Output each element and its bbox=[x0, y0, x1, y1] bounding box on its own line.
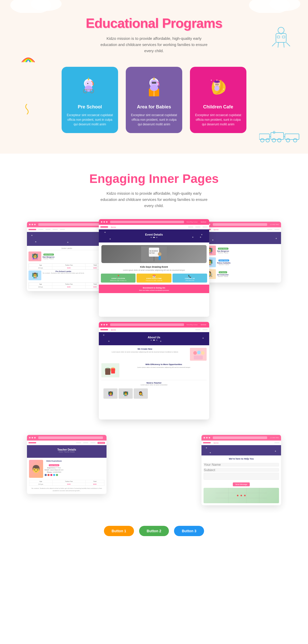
browser-bar-1 bbox=[27, 222, 107, 227]
browser-dot-1 bbox=[29, 224, 31, 225]
browser-teacher-listing: ✦ ✦ ✦ ✦ Junior Lambs 👩‍🏫 Juni bbox=[27, 222, 107, 291]
enrol-sub: Join our kidzo school enrolment process bbox=[101, 290, 207, 291]
browser-about: Home Blog Contact Get Enrol Qurmo ✦ ✦ ✦ bbox=[99, 322, 209, 419]
svg-point-43 bbox=[150, 85, 158, 91]
about-img-2 bbox=[101, 363, 119, 377]
about-hero-title: About Us bbox=[101, 336, 207, 339]
teacher-item-meta: Age Tuition Fee Total 3-5 yrs $100 $200 bbox=[28, 263, 105, 270]
event-info-cards: 📍 EVENT LOCATION Melbourne CBD 44 Baker … bbox=[101, 274, 207, 283]
tp-enrol-btn[interactable]: Get Enrol bbox=[98, 442, 105, 444]
pre-school-card[interactable]: Pre School Excepteur sint occaecat cupid… bbox=[62, 67, 118, 133]
browser-dot-2 bbox=[32, 224, 33, 225]
svg-point-18 bbox=[272, 138, 276, 142]
contact-email-bar: +12 3456 78901 bbox=[270, 437, 279, 438]
inner-pages-title: Engaging Inner Pages bbox=[5, 172, 303, 186]
contact-name-input[interactable] bbox=[204, 463, 279, 466]
svg-point-37 bbox=[155, 82, 156, 83]
need-teacher-1: 👩‍🏫 bbox=[103, 388, 118, 399]
need-teacher-sub: Lorem ipsum dolor sit amet consectetur bbox=[103, 384, 205, 386]
area-babies-desc: Excepteur sint occaecat cupidatat offici… bbox=[131, 113, 177, 127]
teacher-desc-2: No content. Students who attend school a… bbox=[43, 272, 84, 274]
svg-rect-14 bbox=[271, 133, 284, 139]
svg-point-28 bbox=[87, 83, 88, 84]
bottom-btn-2[interactable]: Button 2 bbox=[139, 526, 169, 536]
teacher-photo-2: 👨‍🏫 bbox=[28, 270, 41, 280]
youtube-icon[interactable] bbox=[47, 474, 50, 476]
children-cafe-card[interactable]: ✦ ✦ Children Cafe Excepteur sint occaeca… bbox=[190, 67, 246, 133]
browser-url-1 bbox=[38, 223, 103, 226]
teacher-label-2: Pre-School Lambs bbox=[43, 270, 84, 272]
contact-val: (444) 555-6789 bbox=[173, 280, 206, 281]
event-desc-text: Lorem ipsum dolor sit amet consectetur a… bbox=[101, 269, 207, 272]
facebook-icon[interactable] bbox=[45, 474, 47, 476]
teacher-role-r2: Teacher Trainer bbox=[217, 264, 230, 265]
about-row-1: We Create New Lorem ipsum dolor sit amet… bbox=[101, 348, 207, 361]
mini-nav-1 bbox=[27, 227, 107, 232]
contact-message-area[interactable] bbox=[204, 473, 279, 480]
svg-point-36 bbox=[152, 82, 154, 83]
teacher-main-name: Gleb Kuznetsov bbox=[45, 460, 63, 462]
instagram-icon[interactable] bbox=[50, 474, 52, 476]
teacher-item-1: 👩‍🏫 Junior Teacher Dan Bergeron Teacher … bbox=[28, 251, 105, 261]
svg-line-9 bbox=[278, 42, 278, 48]
tp-hero: Teacher Details Home / Teacher Details bbox=[27, 445, 107, 458]
bottom-btn-1[interactable]: Button 1 bbox=[104, 526, 134, 536]
about-section2-title: With Efficiency to More Opportunities bbox=[121, 363, 207, 366]
contact-subject-input[interactable] bbox=[204, 468, 279, 472]
bottom-btn-3[interactable]: Button 3 bbox=[174, 526, 204, 536]
teacher-photo-1: 👩‍🏫 bbox=[28, 251, 41, 261]
svg-point-63 bbox=[201, 351, 205, 355]
svg-rect-67 bbox=[105, 368, 110, 375]
edu-title: Educational Programs bbox=[5, 15, 303, 31]
teacher-main-badge: Junior Teacher bbox=[49, 464, 59, 466]
whatsapp-icon[interactable] bbox=[56, 474, 58, 476]
badge-r1: Junior Teacher bbox=[218, 248, 228, 250]
pre-school-desc: Excepteur sint occaecat cupidatat offici… bbox=[67, 113, 113, 127]
svg-point-19 bbox=[277, 138, 281, 142]
preview-center: Home Blog Contact Get Enrol Qurmo ✦ ✦ bbox=[99, 219, 209, 425]
teacher-badge-1: Junior Teacher bbox=[43, 254, 54, 256]
train-deco bbox=[259, 130, 300, 146]
area-babies-title: Area for Babies bbox=[131, 104, 177, 110]
browser-bar-about: Home Blog Contact Get Enrol bbox=[99, 322, 209, 328]
about-section1-title: We Create New bbox=[101, 348, 188, 350]
clouds-deco bbox=[0, 0, 308, 13]
browser-contact: +12 3456 78901 Qurmo ✦ ✦ ✦ bbox=[201, 435, 281, 505]
svg-point-20 bbox=[286, 138, 290, 142]
teacher-info-r1: Junior Teacher Dan Bergeron Teacher Trai… bbox=[217, 246, 229, 254]
program-cards-container: Pre School Excepteur sint occaecat cupid… bbox=[5, 67, 303, 133]
teacher-list-right: 👩‍🏫 Junior Teacher Dan Bergeron Teacher … bbox=[201, 244, 281, 283]
teacher-bio-text: No content. Students who attend school a… bbox=[29, 487, 104, 492]
pre-school-title: Pre School bbox=[67, 104, 113, 110]
enrol-btn-small[interactable]: Get Enrol bbox=[200, 221, 207, 223]
svg-point-16 bbox=[261, 138, 264, 142]
teacher-fee-table: Age Tuition Fee Total 3-5 yrs $100 $200 bbox=[29, 480, 104, 486]
teacher-email: Email: support@gmail.com bbox=[45, 469, 63, 471]
preview-contact: +12 3456 78901 Qurmo ✦ ✦ ✦ bbox=[201, 435, 281, 510]
need-teacher-3: 👩‍🎨 bbox=[134, 388, 148, 399]
svg-point-47 bbox=[216, 79, 218, 81]
event-hero-banner: ✦ ✦ ✦ ✦ ✦ Event Details bbox=[99, 229, 209, 242]
about-img-1 bbox=[190, 348, 207, 361]
area-babies-card[interactable]: Area for Babies Excepteur sint occaecat … bbox=[126, 67, 182, 133]
rainbow-deco bbox=[21, 51, 36, 66]
badge-r3: Art Teacher bbox=[219, 271, 227, 273]
svg-point-62 bbox=[197, 351, 201, 354]
browser-event-details: Home Blog Contact Get Enrol Qurmo ✦ ✦ bbox=[99, 219, 209, 317]
send-message-button[interactable]: Send Message bbox=[233, 482, 250, 486]
event-title-text: Kids Days Drawing Event bbox=[101, 266, 207, 268]
svg-rect-69 bbox=[111, 368, 115, 374]
twitter-icon[interactable] bbox=[53, 474, 55, 476]
contact-brand: Qurmo bbox=[214, 442, 219, 444]
about-enrol-btn[interactable]: Get Enrol bbox=[200, 324, 207, 326]
enrol-title: Enrolment Is Going On bbox=[101, 287, 207, 289]
about-hero-banner: ✦ ✦ ✦ ✦ About Us bbox=[99, 332, 209, 345]
about-brand: Qurmo bbox=[111, 329, 116, 331]
teacher-role-r3: Teacher Trainer bbox=[217, 276, 229, 277]
svg-rect-5 bbox=[277, 36, 280, 38]
preview-teacher-listing: ✦ ✦ ✦ ✦ Junior Lambs 👩‍🏫 Juni bbox=[27, 222, 107, 296]
tp-hero-title: Teacher Details bbox=[29, 448, 104, 451]
svg-point-58 bbox=[158, 252, 161, 256]
date-val: February 31, 2020 - 6:00 PM bbox=[137, 280, 170, 281]
about-need-row: 👩‍🏫 👨‍🏫 👩‍🎨 bbox=[101, 387, 207, 400]
